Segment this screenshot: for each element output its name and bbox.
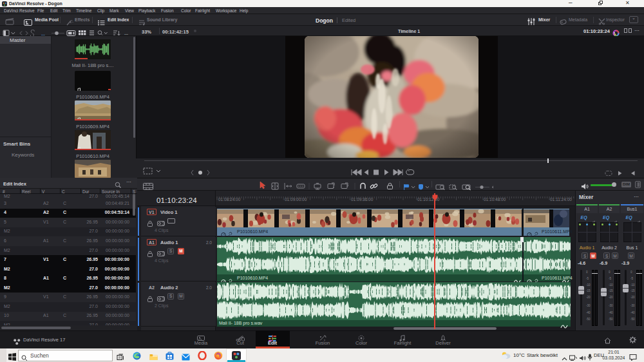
- svg-text:-40: -40: [586, 311, 591, 314]
- svg-text:0: 0: [609, 271, 611, 274]
- svg-text:0: 0: [586, 271, 588, 274]
- svg-text:-30: -30: [609, 304, 613, 307]
- svg-text:-5: -5: [630, 277, 634, 280]
- svg-text:-50: -50: [586, 318, 591, 321]
- svg-text:-15: -15: [609, 289, 613, 292]
- svg-text:-10: -10: [630, 283, 635, 287]
- svg-text:-5: -5: [586, 277, 589, 280]
- svg-text:-20: -20: [586, 296, 591, 299]
- svg-text:-15: -15: [630, 289, 635, 292]
- svg-text:-40: -40: [630, 311, 635, 314]
- svg-text:-10: -10: [609, 283, 613, 287]
- svg-text:-30: -30: [630, 304, 635, 307]
- svg-text:-20: -20: [609, 296, 613, 299]
- svg-text:-30: -30: [586, 304, 591, 307]
- svg-text:...: ...: [41, 32, 45, 36]
- svg-text:-50: -50: [609, 318, 613, 321]
- svg-text:...: ...: [124, 31, 128, 35]
- svg-text:-20: -20: [630, 296, 635, 299]
- svg-text:-15: -15: [586, 289, 591, 292]
- svg-text:0: 0: [630, 271, 632, 274]
- svg-text:-10: -10: [586, 283, 591, 287]
- svg-text:-50: -50: [630, 318, 635, 321]
- svg-text:-40: -40: [609, 311, 613, 314]
- svg-text:-5: -5: [609, 277, 612, 280]
